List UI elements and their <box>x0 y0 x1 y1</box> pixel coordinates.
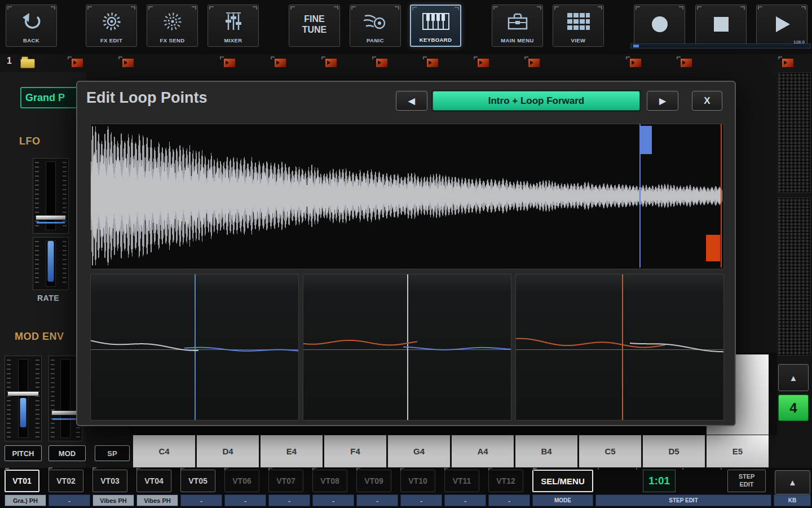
next-icon: ▶ <box>659 96 666 106</box>
keyboard-button[interactable]: KEYBOARD <box>410 5 461 47</box>
pattern-slot-icon[interactable] <box>629 58 642 68</box>
pattern-slot-icon[interactable] <box>122 58 134 68</box>
pitch-tab[interactable]: PITCH <box>5 445 42 461</box>
fx-edit-button[interactable]: FX EDIT <box>86 5 137 47</box>
key-label: E5 <box>732 446 743 456</box>
fx-edit-icon <box>86 5 136 37</box>
stop-button[interactable] <box>695 5 747 47</box>
pattern-slot-icon[interactable] <box>274 58 286 68</box>
loop-mode-value: Intro + Loop Forward <box>488 95 584 107</box>
key-c5[interactable]: C5 <box>579 435 642 468</box>
page-select-button[interactable]: 4 <box>778 395 809 421</box>
track-vt03[interactable]: VT03 <box>92 470 127 492</box>
lfo-wave-slider[interactable] <box>33 158 69 234</box>
pattern-slot-icon[interactable] <box>71 58 83 68</box>
status-cell: - <box>312 494 354 506</box>
pitch-fader[interactable] <box>5 356 42 441</box>
slider-handle[interactable] <box>51 410 80 415</box>
song-progress-bar[interactable] <box>630 43 811 49</box>
record-button[interactable] <box>634 5 685 47</box>
status-text: KB <box>788 497 796 503</box>
fine-tune-button[interactable]: FINE TUNE <box>289 5 340 47</box>
main-menu-label: MAIN MENU <box>501 37 534 43</box>
pattern-slot-icon[interactable] <box>325 58 337 68</box>
key-d4[interactable]: D4 <box>196 435 259 468</box>
prev-loop-mode-button[interactable]: ◀ <box>396 91 427 111</box>
loop-mode-dropdown[interactable]: Intro + Loop Forward <box>433 91 640 111</box>
slider-handle[interactable] <box>7 391 39 396</box>
key-c4[interactable]: C4 <box>133 435 196 468</box>
pattern-slot-icon[interactable] <box>376 58 388 68</box>
track-vt06[interactable]: VT06 <box>224 470 259 492</box>
mixer-button[interactable]: MIXER <box>208 5 259 47</box>
prev-icon: ◀ <box>408 96 415 106</box>
loop-envelope-panel-2[interactable] <box>303 274 511 421</box>
top-toolbar: BACK FX EDIT FX SEND MIXER FINE TUNE <box>0 0 812 54</box>
main-menu-button[interactable]: MAIN MENU <box>492 5 543 47</box>
close-dialog-button[interactable]: X <box>692 91 722 111</box>
progress-marker <box>633 45 639 47</box>
track-vt10[interactable]: VT10 <box>400 470 435 492</box>
key-a4[interactable]: A4 <box>451 435 514 468</box>
waveform-canvas[interactable] <box>91 124 722 268</box>
track-vt04[interactable]: VT04 <box>136 470 171 492</box>
mode-status-cell: MODE <box>532 494 593 506</box>
track-vt05[interactable]: VT05 <box>180 470 215 492</box>
position-value: 1:01 <box>648 475 670 487</box>
env-canvas-2[interactable] <box>303 274 511 420</box>
view-button[interactable]: VIEW <box>553 5 604 47</box>
track-vt02[interactable]: VT02 <box>48 470 83 492</box>
right-scroll-rail[interactable] <box>778 198 811 356</box>
sel-menu-button[interactable]: SEL/MENU <box>532 470 593 492</box>
pattern-slot-icon[interactable] <box>223 58 236 68</box>
pitch-tab-label: PITCH <box>12 449 34 458</box>
right-scroll-rail[interactable] <box>778 72 811 193</box>
fx-send-button[interactable]: FX SEND <box>147 5 198 47</box>
track-vt08[interactable]: VT08 <box>312 470 347 492</box>
loop-envelope-panel-3[interactable] <box>515 274 724 421</box>
status-cell: - <box>356 494 398 506</box>
status-cell: Gra.) PH <box>5 494 46 506</box>
key-g4[interactable]: G4 <box>387 435 451 468</box>
step-edit-button[interactable]: STEP EDIT <box>727 470 766 492</box>
mod-tab[interactable]: MOD <box>48 445 86 461</box>
track-vt12[interactable]: VT12 <box>488 470 523 492</box>
next-loop-mode-button[interactable]: ▶ <box>647 91 678 111</box>
key-d5[interactable]: D5 <box>642 435 705 468</box>
key-e4[interactable]: E4 <box>260 435 323 468</box>
loop-envelope-panel-1[interactable] <box>90 274 299 421</box>
pattern-slot-icon[interactable] <box>680 58 692 68</box>
pattern-slot-icon[interactable] <box>477 58 489 68</box>
kb-up-button[interactable]: ▲ <box>775 470 810 494</box>
track-vt11[interactable]: VT11 <box>444 470 479 492</box>
back-button[interactable]: BACK <box>6 5 57 47</box>
env-canvas-3[interactable] <box>516 274 723 420</box>
play-button[interactable]: 128.0 <box>756 5 807 47</box>
pattern-slot-icon[interactable] <box>528 58 540 68</box>
rail-up-button[interactable]: ▲ <box>778 364 809 391</box>
sp-tab[interactable]: SP <box>95 445 130 461</box>
pattern-slot-row: 1 <box>0 54 812 72</box>
track-vt09[interactable]: VT09 <box>356 470 391 492</box>
position-display: 1:01 <box>643 470 676 492</box>
key-e5[interactable]: E5 <box>706 435 769 468</box>
lfo-rate-slider[interactable] <box>33 237 69 290</box>
track-vt07[interactable]: VT07 <box>268 470 303 492</box>
slider-handle[interactable] <box>36 215 66 220</box>
step-edit-label: STEP EDIT <box>739 473 755 489</box>
key-b4[interactable]: B4 <box>515 435 578 468</box>
app: BACK FX EDIT FX SEND MIXER FINE TUNE <box>0 0 812 508</box>
panic-label: PANIC <box>367 37 384 43</box>
mixer-label: MIXER <box>224 37 242 43</box>
pattern-slot-icon[interactable] <box>782 58 794 68</box>
panic-button[interactable]: PANIC <box>350 5 401 47</box>
folder-icon[interactable] <box>20 59 35 68</box>
pattern-slot-icon[interactable] <box>426 58 439 68</box>
patch-name-box[interactable]: Grand P <box>20 87 81 108</box>
track-vt01[interactable]: VT01 <box>5 470 39 492</box>
key-f4[interactable]: F4 <box>324 435 387 468</box>
env-canvas-1[interactable] <box>91 274 298 420</box>
mod-tab-label: MOD <box>59 449 76 458</box>
track-label: VT11 <box>453 476 471 485</box>
waveform-display[interactable] <box>90 124 724 269</box>
